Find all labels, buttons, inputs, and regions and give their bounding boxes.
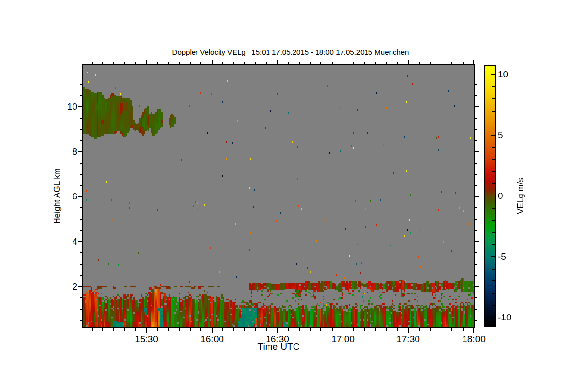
x-major-tick xyxy=(473,328,474,333)
cb-major-tick xyxy=(491,317,495,318)
y-minor-tick xyxy=(80,264,82,265)
y-minor-tick xyxy=(80,320,82,321)
cb-minor-tick xyxy=(492,293,495,294)
x-major-tick xyxy=(408,328,409,333)
x-minor-tick xyxy=(200,328,201,331)
y-minor-tick-right xyxy=(475,230,477,231)
colorbar-label: VELg m/s xyxy=(516,178,526,214)
y-minor-tick-right xyxy=(475,84,477,85)
y-tick-label: 10 xyxy=(54,101,77,112)
y-minor-tick xyxy=(80,185,82,186)
y-minor-tick xyxy=(80,84,82,85)
y-minor-tick-right xyxy=(475,252,477,253)
y-major-tick-right xyxy=(475,286,479,287)
y-major-tick-right xyxy=(475,196,479,197)
x-minor-tick-top xyxy=(299,62,300,64)
y-minor-tick-right xyxy=(475,174,477,175)
y-tick-label: 4 xyxy=(54,236,77,247)
x-major-tick-top xyxy=(343,60,343,64)
y-minor-tick xyxy=(80,174,82,175)
x-minor-tick xyxy=(310,328,311,331)
y-minor-tick-right xyxy=(475,95,477,96)
y-major-tick xyxy=(78,286,82,287)
y-minor-tick xyxy=(80,140,82,141)
y-minor-tick xyxy=(80,219,82,220)
x-minor-tick-top xyxy=(179,62,180,64)
x-major-tick xyxy=(343,328,343,333)
cb-minor-tick xyxy=(492,159,495,160)
x-minor-tick-top xyxy=(102,62,103,64)
x-minor-tick xyxy=(92,328,93,331)
x-minor-tick-top xyxy=(168,62,169,64)
cb-minor-tick xyxy=(492,269,495,270)
x-minor-tick-top xyxy=(364,62,365,64)
x-minor-tick-top xyxy=(113,62,114,64)
x-minor-tick-top xyxy=(353,62,354,64)
x-major-tick-top xyxy=(473,60,474,64)
y-minor-tick-right xyxy=(475,297,477,298)
x-minor-tick xyxy=(364,328,365,331)
x-minor-tick xyxy=(244,328,245,331)
cb-minor-tick xyxy=(492,111,495,112)
y-minor-tick xyxy=(80,297,82,298)
cb-minor-tick xyxy=(492,220,495,221)
y-axis-label: Height AGL km xyxy=(52,168,62,224)
x-minor-tick-top xyxy=(310,62,311,64)
x-major-tick xyxy=(212,328,213,333)
cb-minor-tick xyxy=(492,147,495,148)
x-minor-tick xyxy=(168,328,169,331)
x-minor-tick-top xyxy=(233,62,234,64)
y-minor-tick-right xyxy=(475,163,477,164)
x-minor-tick-top xyxy=(200,62,201,64)
y-minor-tick-right xyxy=(475,219,477,220)
x-minor-tick-top xyxy=(430,62,431,64)
cb-minor-tick xyxy=(492,86,495,87)
y-major-tick xyxy=(78,151,82,152)
y-major-tick-right xyxy=(475,151,479,152)
y-minor-tick-right xyxy=(475,185,477,186)
colorbar-tick-label: 10 xyxy=(498,69,522,80)
x-minor-tick-top xyxy=(222,62,223,64)
x-major-tick xyxy=(277,328,278,333)
y-minor-tick xyxy=(80,230,82,231)
cb-minor-tick xyxy=(492,122,495,123)
x-minor-tick-top xyxy=(386,62,387,64)
x-minor-tick xyxy=(441,328,441,331)
x-minor-tick-top xyxy=(397,62,398,64)
y-minor-tick-right xyxy=(475,275,477,276)
y-minor-tick-right xyxy=(475,118,477,119)
x-minor-tick-top xyxy=(451,62,452,64)
x-minor-tick-top xyxy=(375,62,376,64)
x-minor-tick xyxy=(266,328,267,331)
x-minor-tick xyxy=(190,328,191,331)
x-minor-tick xyxy=(419,328,420,331)
x-minor-tick-top xyxy=(135,62,136,64)
x-minor-tick-top xyxy=(157,62,158,64)
colorbar-tick-label: 5 xyxy=(498,130,522,141)
y-major-tick xyxy=(78,106,82,107)
y-minor-tick-right xyxy=(475,309,477,310)
x-minor-tick xyxy=(375,328,376,331)
y-major-tick xyxy=(78,241,82,242)
cb-major-tick xyxy=(491,256,495,257)
x-minor-tick xyxy=(463,328,464,331)
x-minor-tick xyxy=(320,328,321,331)
y-minor-tick-right xyxy=(475,129,477,130)
cb-major-tick xyxy=(491,135,495,136)
cb-minor-tick xyxy=(492,232,495,233)
y-minor-tick xyxy=(80,309,82,310)
x-minor-tick xyxy=(179,328,180,331)
plot-frame xyxy=(82,64,475,328)
y-major-tick-right xyxy=(475,241,479,242)
plot-title: Doppler Velocity VELg 15:01 17.05.2015 -… xyxy=(0,48,581,56)
x-minor-tick-top xyxy=(441,62,441,64)
cb-minor-tick xyxy=(492,183,495,184)
y-minor-tick-right xyxy=(475,264,477,265)
x-minor-tick-top xyxy=(266,62,267,64)
x-minor-tick-top xyxy=(190,62,191,64)
x-major-tick xyxy=(146,328,147,333)
x-minor-tick-top xyxy=(288,62,289,64)
x-major-tick-top xyxy=(212,60,213,64)
x-minor-tick-top xyxy=(244,62,245,64)
x-minor-tick xyxy=(157,328,158,331)
